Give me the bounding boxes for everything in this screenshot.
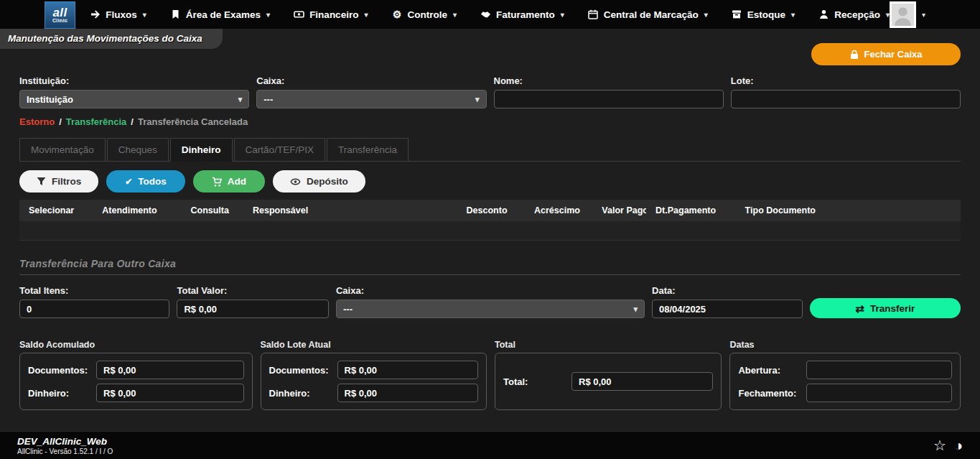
datas-panel: Datas Abertura: Fechamento:: [729, 340, 961, 410]
nav-item-fluxos[interactable]: Fluxos ▾: [90, 9, 146, 20]
cart-icon: [212, 177, 222, 187]
panel-row: Dinheiro:: [269, 384, 478, 402]
total-label: Total:: [503, 376, 571, 387]
legend-separator: /: [131, 116, 134, 127]
money-icon: [294, 9, 304, 20]
chevron-down-icon: ▾: [561, 11, 564, 19]
table-empty-body: [19, 221, 961, 241]
transfer-section: Transferência Para Outro Caixa Total Ite…: [19, 258, 961, 318]
nav-item-estoque[interactable]: Estoque ▾: [732, 9, 795, 20]
star-icon[interactable]: ☆: [933, 437, 946, 454]
avatar: [890, 1, 916, 28]
instituicao-select[interactable]: Instituição ▾: [19, 90, 249, 108]
saldo-lote-panel: Saldo Lote Atual Documentos: Dinheiro:: [261, 340, 487, 410]
total-itens-field: Total Itens:: [19, 285, 169, 318]
chevron-down-icon: ▾: [364, 11, 368, 19]
nome-input[interactable]: [494, 90, 724, 108]
movements-table: Selecionar Atendimento Consulta Responsá…: [19, 200, 961, 241]
chevron-down-icon: ▾: [266, 11, 270, 19]
deposito-label: Depósito: [307, 176, 348, 187]
tab-movimentacao[interactable]: Movimentação: [19, 138, 106, 162]
bookmark-icon: [170, 9, 181, 20]
chevron-down-icon: ▾: [633, 305, 638, 314]
gear-icon: ⚙: [391, 9, 402, 20]
chevron-down-icon: ▾: [922, 11, 925, 19]
dinheiro-label: Dinheiro:: [28, 388, 96, 399]
user-menu[interactable]: ▾: [890, 1, 925, 28]
todos-label: Todos: [138, 176, 167, 187]
tab-cheques[interactable]: Cheques: [107, 138, 169, 162]
eye-icon: [290, 177, 301, 187]
logo-subtext: Clinic: [52, 18, 67, 23]
deposito-button[interactable]: Depósito: [273, 170, 365, 193]
total-valor-label: Total Valor:: [177, 285, 329, 296]
documentos-label: Documentos:: [28, 365, 96, 376]
todos-button[interactable]: ✔ Todos: [106, 170, 185, 193]
total-input[interactable]: [571, 372, 713, 391]
fechamento-label: Fechamento:: [738, 388, 806, 399]
allclinic-logo[interactable]: all Clinic: [45, 1, 75, 29]
nav-item-faturamento[interactable]: Faturamento ▾: [480, 9, 564, 20]
nav-item-financeiro[interactable]: Financeiro ▾: [294, 9, 368, 20]
nav-item-recepcao[interactable]: Recepção ▾: [818, 9, 890, 20]
caixa-label: Caixa:: [256, 75, 486, 86]
filtros-label: Filtros: [52, 176, 81, 187]
transfer-caixa-selected-value: ---: [343, 304, 353, 315]
fechar-caixa-button[interactable]: Fechar Caixa: [811, 43, 961, 65]
tab-transferencia[interactable]: Transferência: [327, 138, 409, 162]
footer-app-name: DEV_AllClinic_Web: [17, 436, 113, 447]
total-itens-input[interactable]: [19, 300, 169, 318]
nav-item-label: Estoque: [747, 9, 785, 20]
nav-item-label: Recepção: [834, 9, 880, 20]
caixa-selected-value: ---: [263, 94, 273, 105]
instituicao-label: Instituição:: [19, 75, 249, 86]
page-title: Manutenção das Movimentações do Caixa: [0, 29, 223, 49]
saldo-acumulado-documentos-input[interactable]: [96, 361, 244, 379]
col-consulta: Consulta: [181, 205, 243, 215]
nav-item-label: Central de Marcação: [604, 9, 699, 20]
transfer-caixa-select[interactable]: --- ▾: [336, 300, 645, 318]
col-valor-pago: Valor Pago: [592, 205, 646, 215]
tab-dinheiro[interactable]: Dinheiro: [170, 138, 233, 162]
data-label: Data:: [652, 285, 802, 296]
saldo-acumulado-dinheiro-input[interactable]: [96, 384, 244, 402]
total-panel: Total Total:: [495, 340, 722, 410]
saldo-acumulado-panel: Saldo Acomulado Documentos: Dinheiro:: [19, 340, 253, 410]
col-atendimento: Atendimento: [93, 205, 181, 215]
transferir-button[interactable]: ⇄ Transferir: [810, 298, 961, 318]
filter-row: Instituição: Instituição ▾ Caixa: --- ▾ …: [19, 75, 961, 108]
tab-cartao-tef-pix[interactable]: Cartão/TEF/PIX: [234, 138, 325, 162]
nome-field: Nome:: [494, 75, 724, 108]
total-valor-input[interactable]: [177, 300, 329, 318]
chevron-down-icon: ▾: [453, 11, 457, 19]
caixa-select[interactable]: --- ▾: [256, 90, 486, 108]
add-label: Add: [228, 176, 246, 187]
contrast-icon[interactable]: ◑: [954, 437, 963, 454]
top-navbar: all Clinic Fluxos ▾ Área de Exames ▾ Fin…: [0, 0, 980, 29]
filter-icon: [37, 177, 46, 186]
nome-label: Nome:: [494, 75, 724, 86]
transfer-arrows-icon: ⇄: [855, 303, 864, 314]
filtros-button[interactable]: Filtros: [19, 170, 98, 193]
saldo-lote-documentos-input[interactable]: [337, 361, 478, 379]
abertura-input[interactable]: [806, 361, 952, 379]
saldo-lote-dinheiro-input[interactable]: [337, 384, 478, 402]
data-input[interactable]: [652, 300, 802, 318]
lote-input[interactable]: [731, 90, 961, 108]
nav-item-label: Fluxos: [106, 9, 137, 20]
nav-item-central-de-marcacao[interactable]: Central de Marcação ▾: [588, 9, 708, 20]
fechamento-input[interactable]: [806, 384, 952, 402]
nav-item-label: Área de Exames: [186, 9, 261, 20]
nav-item-controle[interactable]: ⚙ Controle ▾: [391, 9, 457, 20]
col-selecionar: Selecionar: [19, 205, 93, 215]
nav-menu: Fluxos ▾ Área de Exames ▾ Financeiro ▾ ⚙…: [90, 9, 890, 20]
chevron-down-icon: ▾: [238, 95, 243, 104]
check-icon: ✔: [125, 177, 132, 186]
calendar-icon: [588, 9, 599, 20]
dinheiro-label: Dinheiro:: [269, 388, 337, 399]
person-icon: [818, 9, 829, 20]
lock-icon: [850, 50, 859, 60]
nav-item-area-de-exames[interactable]: Área de Exames ▾: [170, 9, 270, 20]
add-button[interactable]: Add: [193, 170, 265, 193]
panel-row: Dinheiro:: [28, 384, 244, 402]
